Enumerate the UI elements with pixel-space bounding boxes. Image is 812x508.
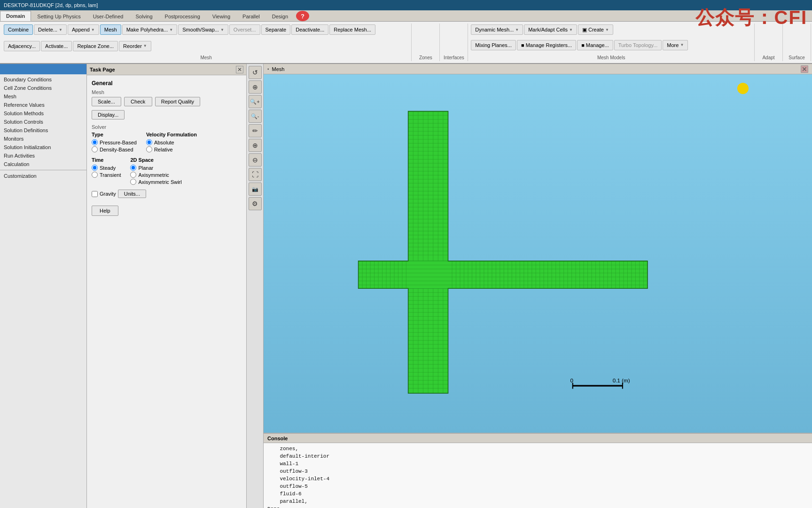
console-header: Console (264, 434, 812, 443)
help-button[interactable]: Help (92, 206, 118, 216)
settings-button[interactable]: ⚙ (249, 197, 262, 210)
axisymmetric-swirl-radio[interactable]: Axisymmetric Swirl (130, 179, 181, 185)
mixing-planes-button[interactable]: Mixing Planes... (471, 40, 516, 50)
units-button[interactable]: Units... (118, 190, 146, 198)
console-line: parallel, (267, 498, 808, 505)
sidebar-item-customization[interactable]: Customization (0, 172, 86, 180)
task-page: Task Page ✕ General Mesh Scale... Check … (87, 64, 247, 508)
type-radio-group: Pressure-Based Density-Based (92, 139, 137, 152)
replace-mesh-button[interactable]: Replace Mesh... (329, 24, 375, 35)
task-page-close-button[interactable]: ✕ (236, 66, 243, 73)
activate-button[interactable]: Activate... (41, 41, 72, 51)
console-line: outflow-3 (267, 468, 808, 475)
manage-button[interactable]: ■ Manage... (577, 40, 613, 50)
relative-radio[interactable]: Relative (146, 146, 197, 152)
display-button[interactable]: Display... (92, 110, 125, 119)
append-button[interactable]: Append ▼ (68, 24, 99, 35)
steady-radio[interactable]: Steady (92, 165, 121, 171)
tab-setting-up-physics[interactable]: Setting Up Physics (31, 11, 86, 21)
replace-zone-button[interactable]: Replace Zone... (73, 41, 118, 51)
make-polyhedra-button[interactable]: Make Polyhedra... ▼ (122, 24, 178, 35)
adjacency-button[interactable]: Adjacency... (4, 41, 40, 51)
mesh-svg: 0 0.1 (m) (264, 74, 812, 433)
sidebar-item-solution-definitions[interactable]: Solution Definitions (0, 126, 86, 135)
gravity-checkbox[interactable] (92, 191, 98, 197)
transient-radio[interactable]: Transient (92, 172, 121, 178)
scale-button[interactable]: Scale... (92, 97, 121, 106)
ribbon-buttons-mesh: Combine Delete... ▼ Append ▼ Mesh Make P… (4, 24, 408, 54)
tab-postprocessing[interactable]: Postprocessing (159, 11, 206, 21)
tab-parallel[interactable]: Parallel (236, 11, 266, 21)
planar-radio[interactable]: Planar (130, 165, 181, 171)
mesh-view-container: ▪ Mesh ✕ (264, 64, 812, 433)
create-button[interactable]: ▣ Create ▼ (578, 24, 613, 35)
sidebar-item-mesh[interactable]: Mesh (0, 92, 86, 101)
display-buttons-row: Display... (92, 110, 242, 119)
turbo-topology-button[interactable]: Turbo Topology... (614, 40, 662, 50)
left-sidebar: Boundary Conditions Cell Zone Conditions… (0, 64, 87, 508)
sidebar-item-cell-zone-conditions[interactable]: Cell Zone Conditions (0, 84, 86, 92)
deactivate-button[interactable]: Deactivate... (291, 24, 328, 35)
mesh-close-button[interactable]: ✕ (801, 65, 808, 73)
space-radio-group: Planar Axisymmetric Axisymmetric Swirl (130, 165, 181, 185)
manage-registers-button[interactable]: ■ Manage Registers... (517, 40, 576, 50)
fit-view-button[interactable]: ⛶ (249, 168, 262, 181)
mesh-viewport[interactable]: 0 0.1 (m) (264, 74, 812, 433)
tab-user-defined[interactable]: User-Defined (87, 11, 130, 21)
report-quality-button[interactable]: Report Quality (155, 97, 200, 106)
zoom-in-2-button[interactable]: ⊕ (249, 139, 262, 152)
velocity-group: Velocity Formulation Absolute Relative (146, 132, 197, 152)
snapshot-button[interactable]: 📷 (249, 183, 262, 196)
space-label: 2D Space (130, 157, 181, 163)
density-based-radio[interactable]: Density-Based (92, 146, 137, 152)
console-line: zones, (267, 445, 808, 452)
title-text: DESKTOP-81UDKQF [2d, dp, pbns, lam] (4, 2, 98, 8)
rotate-button[interactable]: ↺ (249, 66, 262, 79)
combine-button[interactable]: Combine (4, 24, 33, 35)
sidebar-item-solution-methods[interactable]: Solution Methods (0, 109, 86, 118)
solver-cols: Type Pressure-Based Density-Based Veloci… (92, 132, 242, 152)
time-space-section: Time Steady Transient 2D Space (92, 157, 242, 185)
zoom-out-2-button[interactable]: ⊖ (249, 153, 262, 167)
sidebar-item-initialization[interactable]: Solution Initialization (0, 143, 86, 151)
more-button[interactable]: More ▼ (663, 40, 688, 50)
surface-group-label: Surface (789, 54, 804, 60)
absolute-radio[interactable]: Absolute (146, 139, 197, 145)
zoom-out-button[interactable]: 🔍- (249, 110, 262, 123)
pressure-based-radio[interactable]: Pressure-Based (92, 139, 137, 145)
sidebar-item-calculation[interactable]: Calculation (0, 160, 86, 168)
check-button[interactable]: Check (124, 97, 152, 106)
mesh-button[interactable]: Mesh (100, 24, 121, 35)
tab-domain[interactable]: Domain (0, 11, 31, 21)
sidebar-item-monitors[interactable]: Monitors (0, 135, 86, 143)
draw-button[interactable]: ✏ (249, 124, 262, 137)
mesh-title-bar: ▪ Mesh ✕ (264, 64, 812, 74)
axisymmetric-radio[interactable]: Axisymmetric (130, 172, 181, 178)
dynamic-mesh-button[interactable]: Dynamic Mesh... ▼ (471, 24, 523, 35)
delete-button[interactable]: Delete... ▼ (34, 24, 67, 35)
type-group: Type Pressure-Based Density-Based (92, 132, 137, 152)
tab-design[interactable]: Design (266, 11, 294, 21)
ribbon-group-mesh: Combine Delete... ▼ Append ▼ Mesh Make P… (1, 24, 412, 61)
fit-button[interactable]: ⊕ (249, 80, 262, 94)
sidebar-item-activities[interactable]: Run Activities (0, 151, 86, 160)
help-icon[interactable]: ? (296, 11, 309, 21)
console-line: velocity-inlet-4 (267, 475, 808, 483)
mark-adapt-button[interactable]: Mark/Adapt Cells ▼ (524, 24, 577, 35)
console-line: wall-1 (267, 460, 808, 468)
velocity-radio-group: Absolute Relative (146, 139, 197, 152)
smooth-swap-button[interactable]: Smooth/Swap... ▼ (178, 24, 228, 35)
console-line: Done. (267, 505, 808, 508)
overset-button[interactable]: Overset... (229, 24, 260, 35)
solver-subtitle: Solver (92, 124, 242, 130)
watermark: 公众号：CFI (695, 5, 807, 31)
tab-viewing[interactable]: Viewing (206, 11, 236, 21)
separate-button[interactable]: Separate (261, 24, 291, 35)
tab-solving[interactable]: Solving (129, 11, 158, 21)
zoom-in-button[interactable]: 🔍+ (249, 95, 262, 108)
sidebar-item-reference-values[interactable]: Reference Values (0, 101, 86, 109)
sidebar-item-solution-controls[interactable]: Solution Controls (0, 118, 86, 126)
ribbon-group-interfaces: Interfaces (440, 24, 468, 61)
reorder-button[interactable]: Reorder ▼ (119, 41, 151, 51)
sidebar-item-boundary-conditions[interactable]: Boundary Conditions (0, 75, 86, 84)
